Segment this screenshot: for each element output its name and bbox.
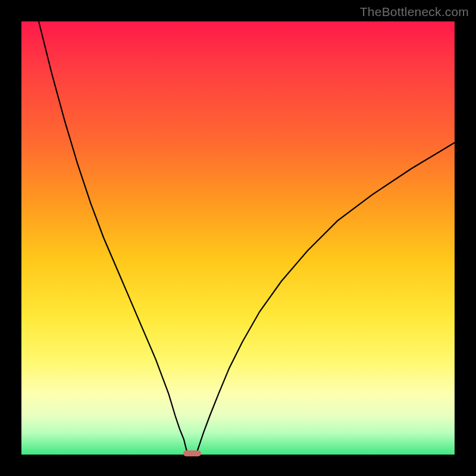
curves-svg xyxy=(21,21,455,455)
left-curve-path xyxy=(39,21,187,452)
chart-frame: TheBottleneck.com xyxy=(0,0,476,476)
right-curve-path xyxy=(197,143,455,453)
plot-area xyxy=(21,21,455,455)
optimal-marker xyxy=(183,450,202,456)
watermark-label: TheBottleneck.com xyxy=(360,5,469,19)
